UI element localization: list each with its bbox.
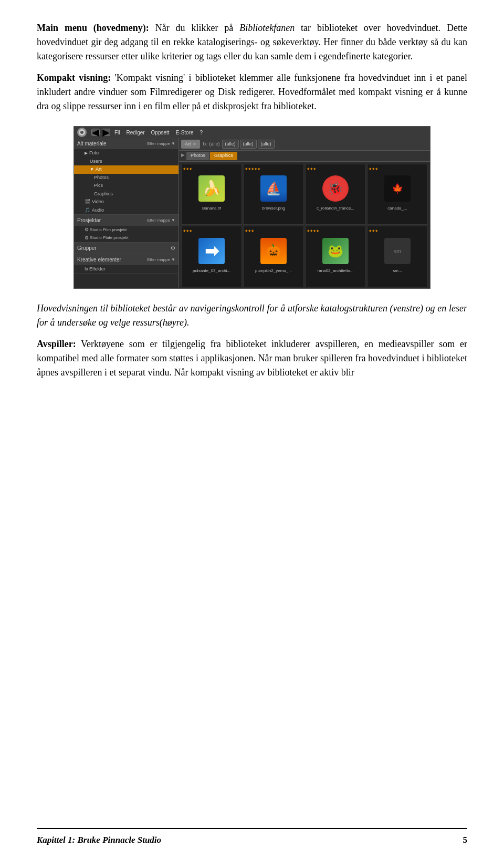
all-material-filter[interactable]: Etter mappe ▼: [147, 141, 175, 147]
studio-plate-label: Studio Plate prosjekt: [90, 235, 128, 241]
tree-pics[interactable]: Pics: [74, 182, 178, 190]
menu-rediger[interactable]: Rediger: [124, 129, 148, 137]
tab-close-icon[interactable]: ✕: [193, 141, 196, 148]
effekter-label: Effekter: [89, 266, 106, 273]
menu-bar[interactable]: ◀ ▶ Fil Rediger Oppsett E-Store ?: [74, 127, 430, 138]
banana-thumb: 🍌: [183, 173, 240, 204]
browser-thumb: ⛵: [245, 173, 302, 204]
tree-studio-plate[interactable]: ⚙ Studio Plate prosjekt: [74, 234, 178, 243]
toolbar-row: Art ✕ fx: (alle) (alle) (alle) (alle): [179, 138, 430, 151]
svg-point-1: [80, 131, 83, 134]
prosjektar-label: Prosjektar: [77, 216, 101, 224]
cat-graphics[interactable]: Graphics: [210, 152, 237, 160]
file-grid: ★★★ 🍌 Banana.tif ★★★★★ ⛵ browser.png: [179, 162, 430, 289]
sm-name: sm...: [369, 268, 426, 274]
app-body: Alt materiale Etter mappe ▼ ▶ Foto Users…: [74, 138, 430, 289]
screenshot-caption: Hovedvisningen til biblioteket består av…: [37, 301, 467, 330]
rana-image: 🐸: [322, 238, 349, 264]
foto-label: Foto: [89, 150, 99, 157]
arrow-icon: ▶: [85, 150, 88, 156]
tab-art[interactable]: Art ✕: [181, 140, 200, 149]
back-button[interactable]: ◀: [91, 129, 100, 136]
canada-image: 🍁: [384, 175, 411, 202]
file-banana[interactable]: ★★★ 🍌 Banana.tif: [181, 164, 242, 225]
audio-icon: 🎵: [85, 207, 90, 214]
browser-stars: ★★★★★: [245, 166, 260, 172]
app-screenshot: ◀ ▶ Fil Rediger Oppsett E-Store ? Alt ma…: [74, 126, 430, 289]
pulsante-image: ➡: [198, 238, 225, 264]
tab-art-label: Art: [185, 141, 191, 148]
file-canada[interactable]: ★★★ 🍁 canada_...: [367, 164, 428, 225]
file-rollandin[interactable]: ★★★ 🐞 c_rollandin_france...: [305, 164, 366, 225]
menu-help[interactable]: ?: [197, 129, 206, 137]
video-label: Video: [92, 198, 104, 206]
paragraph-2: Kompakt visning: 'Kompakt visning' i bib…: [37, 71, 467, 113]
sm-thumb: sm: [369, 235, 426, 267]
browser-image: ⛵: [260, 175, 287, 202]
arrow-icon-art: ▼: [90, 166, 94, 173]
section-kreative: Kreative elementer Etter mappe ▼ fx Effe…: [74, 254, 178, 274]
kreative-label: Kreative elementer: [77, 256, 121, 264]
prosjektar-header[interactable]: Prosjektar Etter mappe ▼: [74, 215, 178, 226]
kreative-filter[interactable]: Etter mappe ▼: [147, 257, 175, 263]
tree-users[interactable]: Users: [74, 158, 178, 166]
tree-foto[interactable]: ▶ Foto: [74, 149, 178, 158]
tree-effekter[interactable]: fx Effekter: [74, 265, 178, 274]
canada-name: canada_...: [369, 205, 426, 212]
menu-oppsett[interactable]: Oppsett: [149, 129, 172, 137]
effekter-icon: fx: [85, 266, 88, 273]
all-material-header[interactable]: Alt materiale Etter mappe ▼: [74, 138, 178, 149]
pumpkin-name: pumpkin2_yemu_...: [245, 268, 302, 274]
tree-art[interactable]: ▼ Art: [74, 165, 178, 174]
banana-name: Banana.tif: [183, 205, 240, 212]
rollandin-stars: ★★★: [307, 166, 316, 172]
app-logo: [77, 128, 87, 137]
pumpkin-stars: ★★★: [245, 228, 254, 234]
section-grupper: Grupper ⚙: [74, 243, 178, 254]
filter-alle-3[interactable]: (alle): [258, 140, 275, 149]
all-material-label: Alt materiale: [77, 140, 107, 148]
studio-film-icon: ⚙: [85, 226, 89, 234]
menu-estore[interactable]: E-Store: [173, 129, 196, 137]
file-pulsante[interactable]: ★★★ ➡ pulsante_03_archi...: [181, 226, 242, 287]
rana-thumb: 🐸: [307, 235, 364, 267]
rana-stars: ★★★★: [307, 228, 319, 234]
file-pumpkin[interactable]: ★★★ 🎃 pumpkin2_yemu_...: [243, 226, 304, 287]
category-tabs: ▶ Photos Graphics: [179, 151, 430, 162]
tree-studio-film[interactable]: ⚙ Studio Film prosjekt: [74, 226, 178, 234]
kreative-header[interactable]: Kreative elementer Etter mappe ▼: [74, 254, 178, 265]
left-panel: Alt materiale Etter mappe ▼ ▶ Foto Users…: [74, 138, 179, 289]
caption-text: Hovedvisningen til biblioteket består av…: [37, 303, 467, 328]
tree-photos[interactable]: Photos: [74, 174, 178, 182]
rana-name: rana02_architetto...: [307, 268, 364, 274]
cat-photos[interactable]: Photos: [186, 152, 209, 160]
rollandin-image: 🐞: [322, 175, 349, 202]
grupper-label: Grupper: [77, 244, 97, 252]
studio-plate-icon: ⚙: [85, 235, 89, 242]
banana-stars: ★★★: [183, 166, 192, 172]
photos-label: Photos: [94, 174, 109, 182]
pulsante-name: pulsante_03_archi...: [183, 268, 240, 274]
p1-italic: Bibliotekfanen: [239, 23, 295, 33]
section-all-material: Alt materiale Etter mappe ▼ ▶ Foto Users…: [74, 138, 178, 215]
tree-graphics[interactable]: Graphics: [74, 190, 178, 198]
studio-film-label: Studio Film prosjekt: [90, 227, 127, 233]
pulsante-stars: ★★★: [183, 228, 192, 234]
p2-strong: Kompakt visning:: [37, 72, 111, 83]
file-rana[interactable]: ★★★★ 🐸 rana02_architetto...: [305, 226, 366, 287]
prosjektar-filter[interactable]: Etter mappe ▼: [147, 217, 175, 224]
forward-button[interactable]: ▶: [102, 129, 110, 136]
filter-alle-2[interactable]: (alle): [240, 140, 257, 149]
category-arrow: ▶: [181, 152, 185, 160]
file-sm[interactable]: ★★★ sm sm...: [367, 226, 428, 287]
page-footer: Kapittel 1: Bruke Pinnacle Studio 5: [37, 828, 467, 847]
graphics-label: Graphics: [94, 191, 113, 198]
grupper-header[interactable]: Grupper ⚙: [74, 243, 178, 254]
tree-video[interactable]: 🎬 Video: [74, 198, 178, 206]
tree-audio[interactable]: 🎵 Audio: [74, 206, 178, 215]
grupper-icon: ⚙: [171, 244, 175, 252]
filter-alle-1[interactable]: (alle): [222, 140, 239, 149]
pics-label: Pics: [94, 182, 103, 190]
file-browser[interactable]: ★★★★★ ⛵ browser.png: [243, 164, 304, 225]
menu-fil[interactable]: Fil: [112, 129, 123, 137]
